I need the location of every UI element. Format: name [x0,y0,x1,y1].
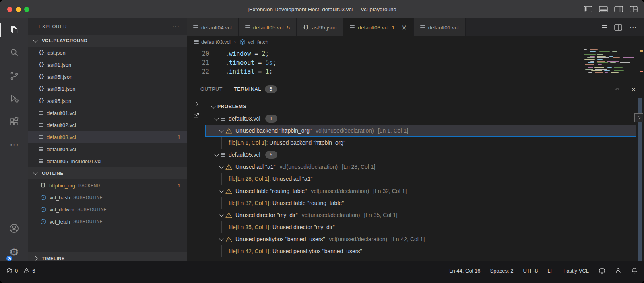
problem-related-row[interactable]: file[Ln 32, Col 1]: Unused table "routin… [205,197,636,209]
open-editors-icon[interactable] [602,25,607,31]
customize-layout-icon[interactable] [630,6,638,12]
problem-related-row[interactable]: file[Ln 35, Col 1]: Unused director "my_… [205,221,636,233]
close-tab-icon[interactable]: × [401,24,407,31]
split-editor-icon[interactable] [614,24,622,31]
close-window-button[interactable] [7,7,12,12]
zoom-window-button[interactable] [24,7,29,12]
toggle-panel-icon[interactable] [599,6,608,12]
problem-file-row[interactable]: default03.vcl1 [205,113,636,125]
file-item[interactable]: default01.vcl [28,107,187,119]
language-mode[interactable]: Fastly VCL [563,268,589,274]
search-icon[interactable] [0,41,28,64]
line-number: 21 [187,58,218,67]
file-item[interactable]: {}ast01.json [28,59,187,71]
open-in-editor-icon[interactable] [193,113,200,119]
outline-item[interactable]: vcl_deliverSUBROUTINE [28,203,187,215]
indentation-status[interactable]: Spaces: 2 [490,268,514,274]
problem-item-row[interactable]: Unused penaltybox "banned_users"vcl(unus… [205,233,636,245]
problem-related-row[interactable]: file[Ln 42, Col 1]: Unused penaltybox "b… [205,245,636,257]
file-item[interactable]: default02.vcl [28,119,187,131]
editor-tab[interactable]: {}ast95.json [297,18,344,36]
editor-tab[interactable]: default01.vcl [414,18,466,36]
code-line: 20 .window = 2; [187,49,644,58]
breadcrumb-item[interactable]: vcl_fetch [239,39,268,45]
toggle-primary-sidebar-icon[interactable] [584,6,592,12]
problem-location: [Ln 35, Col 1] [364,212,397,218]
outline-item[interactable]: vcl_fetchSUBROUTINE [28,215,187,228]
warning-icon [225,236,232,243]
problem-count-badge: 1 [265,115,277,123]
warning-icon [225,212,232,219]
outline-item[interactable]: vcl_hashSUBROUTINE [28,191,187,203]
status-bar-right: Ln 44, Col 16 Spaces: 2 UTF-8 LF Fastly … [449,267,638,274]
close-panel-icon[interactable]: × [631,86,636,93]
problem-message: Unused director "my_dir" [235,212,298,218]
file-item[interactable]: {}ast05i1.json [28,83,187,95]
problem-item-row[interactable]: Unused acl "a1"vcl(unused/declaration)[L… [205,161,636,173]
file-item[interactable]: default03.vcl1 [28,131,187,143]
problem-item-row[interactable]: Unused table "routing_table"vcl(unused/d… [205,185,636,197]
section-outline[interactable]: OUTLINE [28,167,187,179]
problem-item-row[interactable]: Unused director "my_dir"vcl(unused/decla… [205,209,636,221]
toggle-secondary-sidebar-icon[interactable] [614,6,623,12]
symbol-kind: SUBROUTINE [77,207,107,212]
problem-source: vcl(unused/declaration) [279,164,338,170]
vcl-file-icon [420,25,425,29]
maximize-panel-icon[interactable] [613,87,621,92]
tab-label: default03.vcl [358,25,388,31]
vcl-file-icon [39,123,43,127]
bell-icon[interactable] [631,267,638,274]
source-control-icon[interactable] [0,64,28,87]
settings-gear-icon[interactable]: ⚙ [0,240,28,265]
outline-item[interactable]: {}httpbin_orgBACKEND1 [28,179,187,191]
file-item[interactable]: default04.vcl [28,143,187,155]
problems-status[interactable]: 0 6 [6,267,35,274]
code-editor[interactable]: 20 .window = 2;21 .timeout = 5s;22 .init… [187,47,644,81]
cursor-position[interactable]: Ln 44, Col 16 [449,268,480,274]
section-vcl-playground[interactable]: VCL-PLAYGROUND [28,35,187,47]
json-file-icon: {} [39,98,44,104]
more-actions-icon[interactable]: ⋯ [630,23,637,31]
file-item[interactable]: {}ast95.json [28,95,187,107]
explorer-icon[interactable] [0,18,28,41]
problem-related-row[interactable]: file[Ln 28, Col 1]: Unused acl "a1" [205,173,636,185]
feedback-smiley-icon[interactable] [599,267,605,274]
minimize-window-button[interactable] [16,7,21,12]
scroll-next-button[interactable] [634,113,643,122]
problems-header-row[interactable]: PROBLEMS [205,100,636,113]
editor-tab-bar: default04.vcldefault05.vcl5{}ast95.jsond… [187,18,644,36]
run-debug-icon[interactable] [0,87,28,110]
minimap[interactable] [584,49,636,78]
breadcrumb-label: default03.vcl [201,39,231,45]
editor-tab[interactable]: default03.vcl1× [343,18,413,36]
problem-file-row[interactable]: default05.vcl5 [205,149,636,161]
eol-status[interactable]: LF [547,268,553,274]
related-message: Unused table "routing_table" [271,200,344,206]
encoding-status[interactable]: UTF-8 [523,268,538,274]
file-item[interactable]: {}ast05i.json [28,71,187,83]
panel-tab-output[interactable]: OUTPUT [200,81,223,97]
file-item[interactable]: default05_include01.vcl [28,155,187,167]
account-icon[interactable] [0,217,28,240]
file-name: default05_include01.vcl [47,158,101,164]
file-item[interactable]: {}ast.json [28,47,187,59]
editor-tab[interactable]: default04.vcl [187,18,239,36]
minimap-line [584,66,636,66]
problem-source: vcl(unused/declaration) [311,188,369,194]
panel-tab-terminal[interactable]: TERMINAL 6 [234,81,277,97]
editor-tab[interactable]: default05.vcl5 [239,18,297,36]
related-file-ref: file[Ln 42, Col 1]: [229,248,271,254]
extensions-icon[interactable] [0,110,28,133]
related-file-ref: file[Ln 35, Col 1]: [229,224,271,230]
problem-related-row[interactable]: file[Ln 1, Col 1]: Unused backend "httpb… [205,137,636,149]
chevron-down-icon [217,238,225,240]
explorer-actions-icon[interactable]: ⋯ [172,23,180,31]
panel-scrollbar[interactable] [638,98,642,263]
more-views-icon[interactable]: ⋯ [0,133,28,156]
breadcrumb-item[interactable]: default03.vcl [194,39,231,45]
minimap-line [584,57,636,58]
person-icon[interactable] [615,267,621,274]
related-file-ref: file[Ln 28, Col 1]: [229,176,271,182]
problem-item-row[interactable]: Unused backend "httpbin_org"vcl(unused/d… [205,125,636,137]
expand-chevron-icon[interactable] [192,102,200,105]
